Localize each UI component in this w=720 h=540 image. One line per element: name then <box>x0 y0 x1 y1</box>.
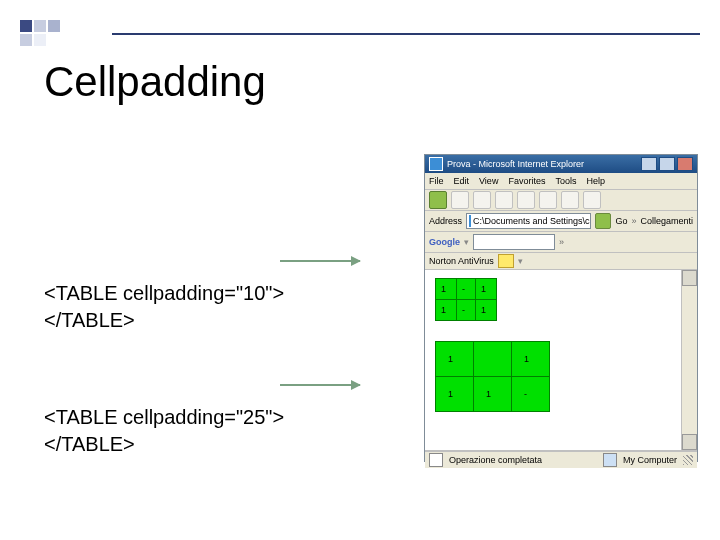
scroll-down-button[interactable] <box>682 434 697 450</box>
google-logo[interactable]: Google <box>429 237 460 247</box>
corner-deco <box>20 20 110 44</box>
browser-toolbar <box>425 190 697 211</box>
go-label: Go <box>615 216 627 226</box>
address-input[interactable]: C:\Documents and Settings\cadoley\Deskto… <box>466 213 591 229</box>
demo-table-large: 11 11- <box>435 341 550 412</box>
browser-viewport: 1-1 1-1 11 11- <box>425 270 697 451</box>
resize-grip[interactable] <box>683 455 693 465</box>
status-text: Operazione completata <box>449 455 597 465</box>
window-title: Prova - Microsoft Internet Explorer <box>447 159 639 169</box>
go-button[interactable] <box>595 213 611 229</box>
address-text: C:\Documents and Settings\cadoley\Deskto… <box>473 216 591 226</box>
menu-edit[interactable]: Edit <box>454 176 470 186</box>
history-button[interactable] <box>583 191 601 209</box>
browser-menubar: File Edit View Favorites Tools Help <box>425 173 697 190</box>
browser-window: Prova - Microsoft Internet Explorer File… <box>424 154 698 462</box>
menu-help[interactable]: Help <box>586 176 605 186</box>
code-line: </TABLE> <box>44 431 284 458</box>
links-label[interactable]: Collegamenti <box>640 216 693 226</box>
search-button[interactable] <box>539 191 557 209</box>
scroll-up-button[interactable] <box>682 270 697 286</box>
close-button[interactable] <box>677 157 693 171</box>
favorites-button[interactable] <box>561 191 579 209</box>
address-label: Address <box>429 216 462 226</box>
zone-text: My Computer <box>623 455 677 465</box>
scrollbar-vertical[interactable] <box>681 270 697 450</box>
home-button[interactable] <box>517 191 535 209</box>
ie-icon <box>429 157 443 171</box>
refresh-button[interactable] <box>495 191 513 209</box>
stop-button[interactable] <box>473 191 491 209</box>
address-bar: Address C:\Documents and Settings\cadole… <box>425 211 697 232</box>
code-block-1: <TABLE cellpadding="10"> </TABLE> <box>44 280 284 334</box>
code-line: <TABLE cellpadding="25"> <box>44 404 284 431</box>
code-block-2: <TABLE cellpadding="25"> </TABLE> <box>44 404 284 458</box>
maximize-button[interactable] <box>659 157 675 171</box>
forward-button[interactable] <box>451 191 469 209</box>
browser-titlebar[interactable]: Prova - Microsoft Internet Explorer <box>425 155 697 173</box>
page-icon <box>469 215 471 227</box>
status-bar: Operazione completata My Computer <box>425 451 697 468</box>
google-toolbar: Google ▾ » <box>425 232 697 253</box>
norton-icon[interactable] <box>498 254 514 268</box>
minimize-button[interactable] <box>641 157 657 171</box>
code-line: <TABLE cellpadding="10"> <box>44 280 284 307</box>
arrow-to-example-2 <box>280 384 360 386</box>
code-line: </TABLE> <box>44 307 284 334</box>
header-rule <box>112 33 700 35</box>
back-button[interactable] <box>429 191 447 209</box>
google-search-input[interactable] <box>473 234 555 250</box>
zone-icon <box>603 453 617 467</box>
demo-table-small: 1-1 1-1 <box>435 278 497 321</box>
status-icon <box>429 453 443 467</box>
slide-title: Cellpadding <box>44 58 266 106</box>
arrow-to-example-1 <box>280 260 360 262</box>
norton-toolbar: Norton AntiVirus ▾ <box>425 253 697 270</box>
menu-file[interactable]: File <box>429 176 444 186</box>
norton-label: Norton AntiVirus <box>429 256 494 266</box>
menu-favorites[interactable]: Favorites <box>508 176 545 186</box>
menu-tools[interactable]: Tools <box>555 176 576 186</box>
menu-view[interactable]: View <box>479 176 498 186</box>
